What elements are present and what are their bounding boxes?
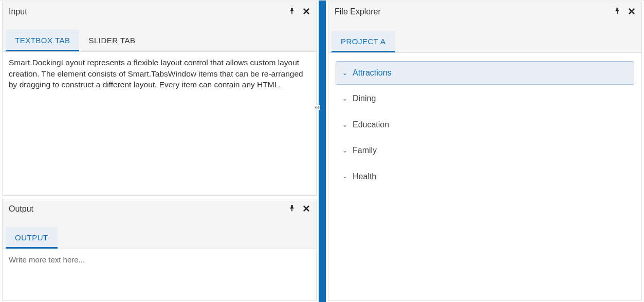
tab-output[interactable]: OUTPUT xyxy=(6,227,58,249)
pin-icon[interactable] xyxy=(288,7,296,16)
tab-slider[interactable]: SLIDER TAB xyxy=(79,30,144,51)
tree-item-label: Health xyxy=(353,171,376,182)
input-panel-controls xyxy=(288,7,310,16)
close-icon[interactable] xyxy=(628,7,635,16)
docking-layout: Input TEXTBOX TAB SLIDER TAB Smart.Docki… xyxy=(0,0,644,302)
pin-icon[interactable] xyxy=(614,7,621,16)
file-explorer-tabstrip: PROJECT A xyxy=(328,31,641,53)
tree-item-family[interactable]: ⌄ Family xyxy=(336,139,634,162)
vertical-splitter[interactable]: ⇔ xyxy=(319,1,326,302)
file-tree: ⌄ Attractions ⌄ Dining ⌄ Education ⌄ Fam… xyxy=(333,57,637,195)
tab-textbox[interactable]: TEXTBOX TAB xyxy=(6,30,79,51)
tree-item-label: Family xyxy=(353,145,377,156)
chevron-down-icon: ⌄ xyxy=(342,121,348,129)
chevron-down-icon: ⌄ xyxy=(342,146,348,155)
close-icon[interactable] xyxy=(303,7,310,16)
tab-project-a[interactable]: PROJECT A xyxy=(332,31,395,52)
output-panel-title: Output xyxy=(9,204,288,214)
output-panel-header[interactable]: Output xyxy=(3,199,316,218)
file-explorer-header[interactable]: File Explorer xyxy=(328,2,641,21)
chevron-down-icon: ⌄ xyxy=(342,172,348,181)
tree-item-attractions[interactable]: ⌄ Attractions xyxy=(336,61,634,85)
pin-icon[interactable] xyxy=(288,204,296,214)
file-explorer-title: File Explorer xyxy=(335,7,614,16)
input-panel-header[interactable]: Input xyxy=(3,2,316,21)
tree-item-label: Attractions xyxy=(353,67,392,79)
input-panel-title: Input xyxy=(9,7,288,16)
right-column: File Explorer PROJECT A ⌄ Attrac xyxy=(326,1,644,302)
input-panel-body[interactable]: Smart.DockingLayout represents a flexibl… xyxy=(3,52,316,195)
input-panel: Input TEXTBOX TAB SLIDER TAB Smart.Docki… xyxy=(2,2,317,196)
tree-item-dining[interactable]: ⌄ Dining xyxy=(336,87,634,110)
file-explorer-panel: File Explorer PROJECT A ⌄ Attrac xyxy=(328,2,642,301)
close-icon[interactable] xyxy=(303,204,310,214)
resize-horizontal-icon: ⇔ xyxy=(315,105,320,110)
output-tabstrip: OUTPUT xyxy=(3,227,316,249)
tree-item-health[interactable]: ⌄ Health xyxy=(336,165,634,188)
tree-item-label: Dining xyxy=(353,93,376,104)
tree-item-label: Education xyxy=(353,119,389,130)
output-panel: Output OUTPUT Write more text here... xyxy=(2,199,317,301)
input-tabstrip: TEXTBOX TAB SLIDER TAB xyxy=(3,30,316,52)
chevron-down-icon: ⌄ xyxy=(342,69,348,78)
file-explorer-body: ⌄ Attractions ⌄ Dining ⌄ Education ⌄ Fam… xyxy=(328,53,641,300)
left-column: Input TEXTBOX TAB SLIDER TAB Smart.Docki… xyxy=(0,1,319,302)
output-panel-controls xyxy=(288,204,310,214)
file-explorer-controls xyxy=(614,7,635,16)
output-panel-body[interactable]: Write more text here... xyxy=(3,249,316,300)
tree-item-education[interactable]: ⌄ Education xyxy=(336,113,634,137)
chevron-down-icon: ⌄ xyxy=(342,95,348,103)
